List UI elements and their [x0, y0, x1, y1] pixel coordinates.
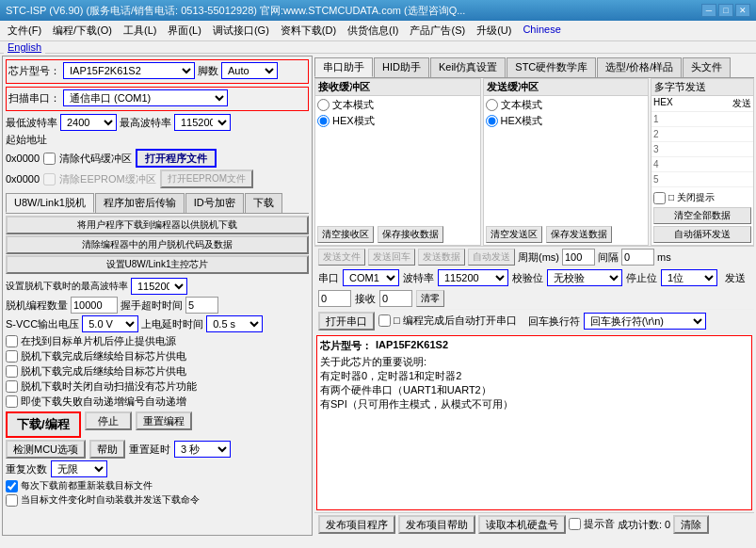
svcc-select[interactable]: 5.0 V — [82, 315, 138, 332]
max-baud-select[interactable]: 115200 — [174, 114, 231, 131]
download-button[interactable]: 下载/编程 — [6, 411, 81, 438]
menu-chinese[interactable]: Chinese — [517, 22, 566, 40]
esc-select[interactable]: 回车换行符(\r\n) — [584, 313, 706, 330]
auto-reload-checkbox[interactable] — [6, 480, 18, 492]
send-return-button[interactable]: 发送回车 — [368, 249, 415, 266]
menu-upgrade[interactable]: 升级(U) — [471, 22, 517, 40]
close-button[interactable]: ✕ — [735, 4, 750, 17]
multi-input-3[interactable] — [659, 143, 753, 156]
tab-id-encrypt[interactable]: ID号加密 — [185, 193, 244, 213]
read-disk-button[interactable]: 读取本机硬盘号 — [478, 515, 566, 534]
cb3-row: 脱机下载完成后继续给目标芯片供电 — [6, 364, 309, 379]
action-btn-3[interactable]: 设置U8W/Link1主控芯片 — [6, 255, 309, 274]
publish-help-button[interactable]: 发布项目帮助 — [398, 515, 475, 534]
menu-file[interactable]: 文件(F) — [2, 22, 47, 40]
port-select[interactable]: COM1 — [343, 269, 399, 286]
clear-count-button[interactable]: 清除 — [673, 515, 709, 534]
save-recv-button[interactable]: 保存接收数据 — [378, 226, 443, 243]
send-data-button[interactable]: 发送数据 — [418, 249, 465, 266]
send-textarea[interactable] — [484, 128, 649, 224]
recv-text-radio[interactable] — [317, 99, 330, 111]
tab-hardware-math[interactable]: STC硬件数学库 — [507, 57, 596, 77]
send-hex-radio[interactable] — [486, 115, 498, 127]
cb2[interactable] — [6, 350, 18, 363]
cb1[interactable] — [6, 335, 18, 347]
stop-button[interactable]: 停止 — [85, 411, 132, 430]
clear-zero-button[interactable]: 清零 — [416, 290, 444, 307]
baud-select[interactable]: 115200 — [438, 269, 508, 286]
prog-count-input[interactable]: 10000 — [71, 297, 118, 314]
auto-loop-send-button[interactable]: 自动循环发送 — [653, 226, 751, 243]
multi-send-title: 多字节发送 — [654, 80, 706, 94]
interval-input[interactable] — [621, 249, 654, 266]
menu-tools[interactable]: 工具(L) — [118, 22, 162, 40]
minimize-button[interactable]: ─ — [701, 4, 716, 17]
menu-program[interactable]: 编程/下载(O) — [47, 22, 118, 40]
cb3[interactable] — [6, 365, 18, 378]
chip-desc-2: 有两个硬件串口（UART1和UART2） — [320, 383, 748, 397]
auto-open-checkbox[interactable] — [378, 314, 391, 327]
clear-recv-button[interactable]: 清空接收区 — [317, 226, 374, 243]
sound-hint-checkbox[interactable] — [569, 518, 581, 530]
close-hint-checkbox[interactable] — [653, 192, 666, 204]
menu-interface[interactable]: 界面(L) — [162, 22, 206, 40]
send-text-radio[interactable] — [486, 99, 498, 111]
auto-send-button[interactable]: 自动发送 — [468, 249, 515, 266]
serial-recv-input[interactable] — [379, 290, 412, 307]
tab-encrypt[interactable]: 程序加密后传输 — [95, 193, 185, 213]
cb5[interactable] — [6, 395, 18, 408]
help-button[interactable]: 帮助 — [89, 440, 125, 459]
multi-input-4[interactable] — [659, 158, 753, 171]
open-eeprom-file-button[interactable]: 打开EEPROM文件 — [160, 169, 253, 188]
send-file-button[interactable]: 发送文件 — [318, 249, 365, 266]
detect-row: 检测MCU选项 帮助 重置延时 3 秒 — [6, 440, 309, 459]
tab-header[interactable]: 头文件 — [683, 57, 731, 77]
action-btn-1[interactable]: 将用户程序下载到编程器以供脱机下载 — [6, 216, 309, 234]
power-delay-select[interactable]: 0.5 s — [206, 315, 263, 332]
clear-all-button[interactable]: 清空全部数据 — [653, 207, 751, 224]
reprogram-button[interactable]: 重置编程 — [136, 411, 192, 430]
check-select[interactable]: 无校验 — [547, 269, 622, 286]
stop-select[interactable]: 1位 — [661, 269, 717, 286]
multi-send-hex-label: HEX — [653, 97, 732, 110]
foot-select[interactable]: Auto — [221, 62, 278, 79]
menu-supply[interactable]: 供货信息(I) — [342, 22, 404, 40]
max-baud-setting-select[interactable]: 115200 — [131, 278, 187, 295]
clear-code-checkbox[interactable] — [43, 153, 56, 165]
period-input[interactable] — [562, 249, 595, 266]
auto-send-checkbox[interactable] — [6, 494, 18, 507]
clear-eeprom-checkbox[interactable] — [43, 173, 56, 185]
chip-select[interactable]: IAP15F2K61S2 — [63, 62, 195, 79]
tab-keil-sim[interactable]: Keil仿真设置 — [430, 57, 506, 77]
tab-download[interactable]: 下载 — [245, 193, 282, 213]
min-baud-select[interactable]: 2400 — [60, 114, 117, 131]
scan-select[interactable]: 通信串口 (COM1) — [63, 89, 228, 106]
open-port-button[interactable]: 打开串口 — [318, 312, 375, 330]
lang-switch-english[interactable]: English — [4, 41, 45, 54]
multi-input-2[interactable] — [659, 128, 753, 141]
multi-input-5[interactable] — [659, 173, 753, 186]
detect-button[interactable]: 检测MCU选项 — [6, 440, 86, 459]
tab-selection[interactable]: 选型/价格/样品 — [597, 57, 682, 77]
maximize-button[interactable]: □ — [718, 4, 733, 17]
menu-download-data[interactable]: 资料下载(D) — [275, 22, 342, 40]
handshake-input[interactable] — [185, 297, 218, 314]
clear-send-button[interactable]: 清空发送区 — [486, 226, 542, 243]
recv-hex-radio[interactable] — [317, 115, 330, 127]
menu-ads[interactable]: 产品广告(S) — [404, 22, 471, 40]
publish-prog-button[interactable]: 发布项目程序 — [318, 515, 395, 534]
cb4[interactable] — [6, 380, 18, 393]
action-btn-2[interactable]: 清除编程器中的用户脱机代码及数据 — [6, 235, 309, 254]
tab-serial-assistant[interactable]: 串口助手 — [314, 57, 373, 77]
tab-u8w[interactable]: U8W/Link1脱机 — [6, 193, 94, 213]
serial-send-input[interactable] — [318, 290, 351, 307]
recv-textarea[interactable] — [315, 128, 480, 224]
multi-input-1[interactable] — [659, 113, 753, 126]
save-send-button[interactable]: 保存发送数据 — [546, 226, 612, 243]
menu-debug[interactable]: 调试接口(G) — [207, 22, 275, 40]
reset-delay-select[interactable]: 3 秒 — [174, 441, 231, 458]
open-prog-file-button[interactable]: 打开程序文件 — [136, 149, 217, 168]
tab-hid[interactable]: HID助手 — [374, 57, 429, 77]
serial-send-label: 发送 — [725, 271, 746, 285]
retry-select[interactable]: 无限 — [51, 460, 107, 477]
